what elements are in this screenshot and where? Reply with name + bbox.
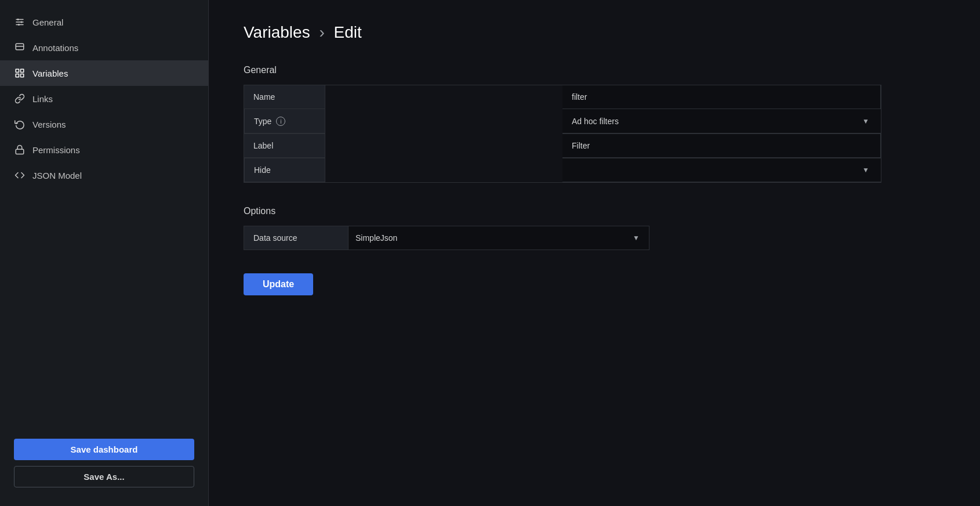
sidebar-item-versions-label: Versions bbox=[32, 120, 66, 129]
name-input-cell[interactable] bbox=[562, 85, 881, 109]
versions-icon bbox=[14, 118, 26, 130]
hide-label: Hide bbox=[254, 165, 271, 175]
svg-point-4 bbox=[21, 21, 23, 23]
sidebar-item-annotations-label: Annotations bbox=[32, 43, 78, 53]
json-icon bbox=[14, 169, 26, 181]
general-section-title: General bbox=[244, 65, 945, 75]
main-content: Variables › Edit General Name Type i Ad … bbox=[209, 0, 980, 506]
name-input[interactable] bbox=[572, 92, 871, 102]
name-label-cell: Name bbox=[244, 85, 325, 109]
breadcrumb-part2: Edit bbox=[334, 23, 362, 41]
name-label: Name bbox=[253, 92, 275, 102]
label-input-cell[interactable] bbox=[562, 133, 881, 158]
type-select-cell[interactable]: Ad hoc filters Query Custom Constant Dat… bbox=[562, 109, 881, 133]
sidebar-item-links[interactable]: Links bbox=[0, 86, 208, 111]
svg-point-3 bbox=[17, 19, 19, 20]
annotation-icon bbox=[14, 42, 26, 53]
sidebar-item-general-label: General bbox=[32, 17, 63, 27]
svg-point-5 bbox=[18, 24, 20, 26]
sidebar-item-json-label: JSON Model bbox=[32, 171, 82, 180]
label-input[interactable] bbox=[572, 141, 871, 150]
sidebar: General Annotations Variables Links bbox=[0, 0, 209, 506]
sidebar-item-versions[interactable]: Versions bbox=[0, 111, 208, 137]
type-label-cell: Type i bbox=[244, 109, 325, 133]
type-select-wrapper[interactable]: Ad hoc filters Query Custom Constant Dat… bbox=[572, 117, 872, 126]
hide-select-wrapper[interactable]: Label Variable ▼ bbox=[572, 165, 872, 175]
sidebar-bottom: Save dashboard Save As... bbox=[0, 429, 208, 497]
datasource-select-cell[interactable]: SimpleJson Prometheus InfluxDB Elasticse… bbox=[349, 226, 649, 250]
datasource-label: Data source bbox=[253, 233, 297, 243]
sidebar-item-annotations[interactable]: Annotations bbox=[0, 35, 208, 60]
page-title: Variables › Edit bbox=[244, 23, 945, 42]
options-section-title: Options bbox=[244, 206, 945, 216]
label-label: Label bbox=[253, 141, 273, 150]
type-info-icon[interactable]: i bbox=[276, 117, 285, 126]
sidebar-item-links-label: Links bbox=[32, 94, 53, 104]
save-dashboard-button[interactable]: Save dashboard bbox=[14, 439, 194, 460]
label-label-cell: Label bbox=[244, 133, 325, 158]
svg-rect-11 bbox=[21, 74, 24, 77]
sidebar-item-variables[interactable]: Variables bbox=[0, 60, 208, 86]
breadcrumb-separator: › bbox=[319, 23, 324, 41]
link-icon bbox=[14, 93, 26, 104]
type-select[interactable]: Ad hoc filters Query Custom Constant Dat… bbox=[572, 117, 872, 126]
hide-select-cell[interactable]: Label Variable ▼ bbox=[562, 158, 881, 182]
options-section: Data source SimpleJson Prometheus Influx… bbox=[244, 226, 649, 250]
svg-rect-10 bbox=[16, 74, 19, 77]
variables-icon bbox=[14, 67, 26, 79]
sidebar-item-json-model[interactable]: JSON Model bbox=[0, 162, 208, 188]
svg-rect-8 bbox=[16, 69, 19, 72]
svg-rect-9 bbox=[21, 69, 24, 72]
options-grid: Data source SimpleJson Prometheus Influx… bbox=[244, 226, 649, 250]
hide-label-cell: Hide bbox=[244, 158, 325, 182]
datasource-select-wrapper[interactable]: SimpleJson Prometheus InfluxDB Elasticse… bbox=[355, 233, 642, 243]
sidebar-item-permissions[interactable]: Permissions bbox=[0, 137, 208, 162]
type-label: Type bbox=[254, 117, 271, 126]
svg-rect-12 bbox=[16, 149, 24, 154]
sidebar-item-permissions-label: Permissions bbox=[32, 145, 80, 155]
save-as-button[interactable]: Save As... bbox=[14, 466, 194, 487]
general-form-grid: Name Type i Ad hoc filters Query Custom … bbox=[244, 85, 881, 183]
datasource-label-cell: Data source bbox=[244, 226, 349, 250]
sidebar-item-general[interactable]: General bbox=[0, 9, 208, 35]
hide-select[interactable]: Label Variable bbox=[572, 165, 872, 175]
sliders-icon bbox=[14, 16, 26, 28]
breadcrumb-part1: Variables bbox=[244, 23, 310, 41]
sidebar-item-variables-label: Variables bbox=[32, 68, 68, 78]
lock-icon bbox=[14, 144, 26, 156]
update-button[interactable]: Update bbox=[244, 273, 313, 295]
datasource-select[interactable]: SimpleJson Prometheus InfluxDB Elasticse… bbox=[355, 233, 642, 243]
